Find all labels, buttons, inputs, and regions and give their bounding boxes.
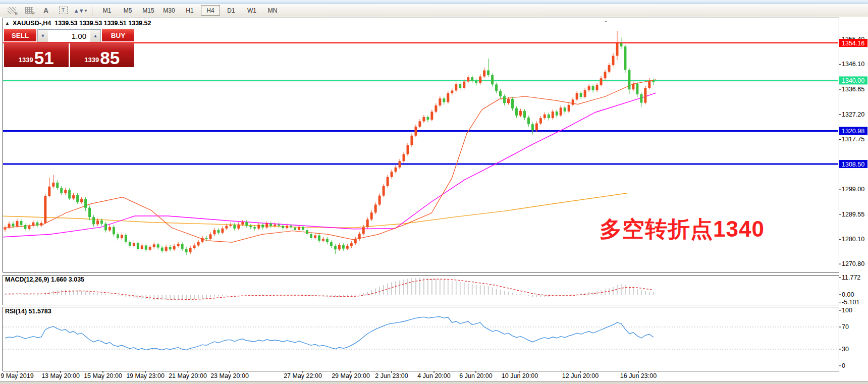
candle-body (507, 99, 510, 103)
candle-body (253, 227, 256, 229)
candle-body (68, 190, 71, 198)
candle-body (60, 188, 63, 193)
candle-body (161, 248, 164, 251)
rsi-panel-frame (3, 307, 839, 371)
candle-body (552, 112, 554, 118)
candle-body (479, 77, 481, 83)
timeframe-button-m15[interactable]: M15 (139, 5, 158, 16)
candle-body (8, 224, 10, 228)
chevron-down-icon[interactable]: ▾ (85, 8, 87, 13)
candle-body (24, 225, 26, 229)
candle-body (318, 235, 320, 241)
icon-letter: E (15, 11, 18, 16)
chart-dropdown-icon[interactable]: ⌄ (604, 17, 608, 24)
candle-body (483, 70, 485, 76)
candle-body (145, 245, 147, 249)
candle-body (366, 220, 369, 227)
timeframe-button-m1[interactable]: M1 (97, 5, 117, 16)
candle-body (330, 242, 333, 246)
candle-body (463, 82, 465, 88)
candle-body (104, 224, 107, 230)
candle-body (274, 225, 276, 226)
candle-body (544, 115, 546, 118)
bid-price-tile[interactable]: 1339 51 (4, 43, 69, 67)
volume-increase-button[interactable]: ▲ (90, 30, 100, 42)
text-label-icon[interactable]: T (56, 5, 71, 16)
candle-body (467, 77, 469, 81)
candle-body (36, 223, 38, 226)
ask-price-tile[interactable]: 1339 85 (70, 43, 135, 67)
rsi-indicator-label: RSI(14) 51.5783 (5, 308, 51, 315)
candle-body (28, 226, 30, 229)
candle-body (620, 43, 622, 46)
candle-body (395, 168, 397, 172)
candle-body (197, 242, 200, 245)
candle-body (290, 226, 292, 228)
candle-body (141, 245, 143, 249)
rsi-axis-label: 0 (842, 362, 845, 369)
volume-decrease-button[interactable]: ▼ (38, 30, 48, 42)
candle-body (608, 65, 611, 72)
date-label: 16 Jun 23:00 (620, 372, 657, 379)
candle-body (616, 43, 618, 56)
hatch-pencil-icon (8, 7, 16, 14)
candle-body (133, 243, 135, 246)
date-label: 9 May 2019 (1, 372, 33, 379)
candle-body (374, 204, 377, 212)
timeframe-button-m5[interactable]: M5 (118, 5, 137, 16)
candle-body (96, 221, 99, 224)
candle-body (149, 247, 151, 250)
date-label: 15 May 20:00 (84, 372, 122, 379)
macd-axis-label: 0.00 (842, 291, 854, 298)
candle-body (447, 93, 449, 102)
text-icon[interactable]: A (38, 5, 53, 16)
candle-body (16, 221, 18, 227)
candle-body (564, 107, 566, 112)
volume-input[interactable] (48, 30, 90, 42)
candle-body (346, 246, 349, 248)
price-badge-label: 1354.16 (842, 40, 864, 47)
arrow-tools-icon[interactable]: ▲▼ ▾ (73, 5, 88, 16)
timeframe-button-mn[interactable]: MN (263, 5, 282, 16)
toolbar-separator (92, 6, 95, 16)
date-label: 27 May 22:00 (284, 372, 322, 379)
candle-body (225, 226, 228, 228)
candle-body (177, 244, 180, 246)
grid-icon[interactable]: F (21, 5, 36, 16)
price-badge-label: 1320.98 (842, 128, 864, 135)
chart-window: 1355.401346.101336.651327.201317.751299.… (0, 17, 868, 384)
symbol-info-bar[interactable]: ▲ XAUUSD-,H4 1339.53 1339.53 1339.51 133… (5, 20, 151, 27)
timeframe-button-d1[interactable]: D1 (222, 5, 241, 16)
candle-body (471, 77, 473, 81)
letter-a-glyph: A (43, 7, 48, 14)
candle-body (584, 90, 586, 97)
candle-body (418, 121, 421, 127)
sell-button[interactable]: SELL (4, 29, 36, 42)
candle-body (201, 238, 204, 242)
candle-body (439, 98, 441, 105)
chart-canvas[interactable]: 1355.401346.101336.651327.201317.751299.… (0, 17, 868, 384)
candle-body (580, 93, 582, 97)
buy-button[interactable]: BUY (102, 29, 134, 42)
candle-body (165, 247, 168, 251)
candle-body (257, 225, 260, 228)
candle-body (261, 225, 264, 227)
candle-body (556, 112, 558, 116)
collapse-panel-icon[interactable]: ▲ (5, 21, 10, 26)
candle-body (414, 127, 417, 136)
candle-body (302, 227, 304, 230)
date-label: 6 Jun 20:00 (459, 372, 492, 379)
candle-body (56, 183, 59, 188)
draw-objects-icon[interactable]: E (4, 5, 19, 16)
timeframe-button-w1[interactable]: W1 (242, 5, 261, 16)
toolbar: E F A T ▲▼ ▾ M1M5M15M30H1H4D1W1MN (0, 4, 868, 17)
candle-body (592, 86, 594, 90)
timeframe-button-m30[interactable]: M30 (159, 5, 179, 16)
candle-body (628, 70, 630, 89)
candle-body (249, 226, 252, 227)
timeframe-button-h1[interactable]: H1 (180, 5, 199, 16)
candle-body (455, 84, 457, 91)
candle-body (342, 245, 345, 249)
timeframe-button-h4[interactable]: H4 (201, 5, 220, 16)
candle-body (531, 124, 534, 130)
